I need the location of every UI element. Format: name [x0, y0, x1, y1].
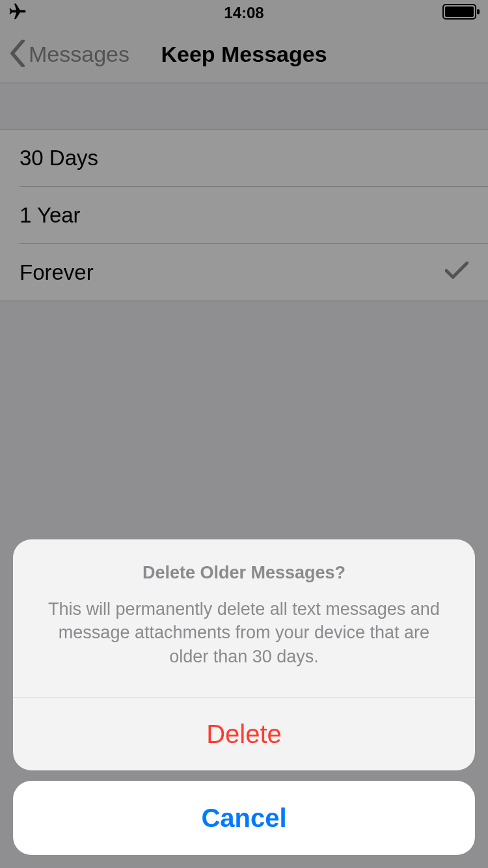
action-sheet-card: Delete Older Messages? This will permane…: [13, 539, 475, 770]
action-sheet-header: Delete Older Messages? This will permane…: [13, 539, 475, 697]
cancel-button[interactable]: Cancel: [13, 781, 475, 855]
action-sheet-title: Delete Older Messages?: [39, 563, 449, 583]
action-sheet-message: This will permanently delete all text me…: [39, 597, 449, 668]
action-sheet: Delete Older Messages? This will permane…: [13, 539, 475, 855]
delete-button[interactable]: Delete: [13, 698, 475, 770]
